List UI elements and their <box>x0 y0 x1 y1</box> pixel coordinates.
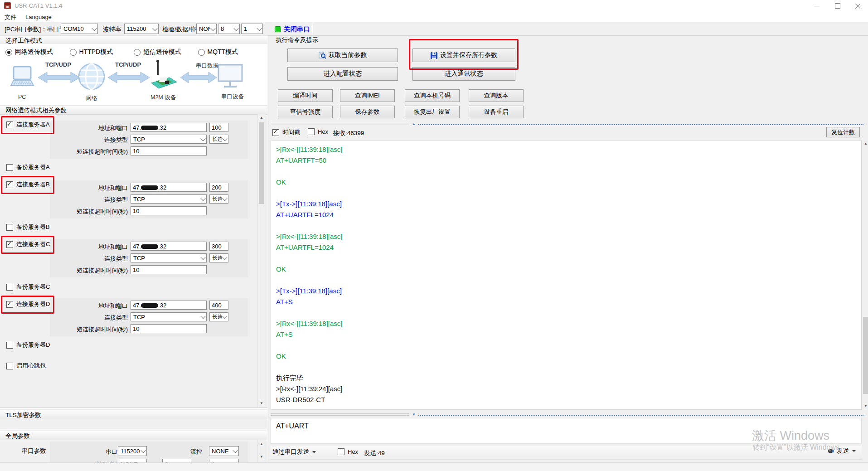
chevron-down-icon <box>200 314 205 319</box>
cmd-button-1[interactable]: 查询IMEI <box>340 89 395 102</box>
separator <box>0 407 267 409</box>
global-params-header[interactable]: 全局参数 <box>0 431 267 440</box>
connect-server-checkbox-0[interactable]: 连接服务器A <box>6 121 50 129</box>
cmd-button-4[interactable]: 查信号强度 <box>278 106 333 118</box>
scroll-thumb[interactable] <box>259 122 264 204</box>
server-conn-type-select-2[interactable]: TCP <box>131 253 207 262</box>
com-port-select[interactable]: COM10 <box>61 24 98 34</box>
baud-select[interactable]: 115200 <box>124 24 159 34</box>
cmd-button-2[interactable]: 查询本机号码 <box>405 89 460 102</box>
left-panel: 选择工作模式 网络透传模式 HTTPD模式 短信透传模式 MQTT模式 <box>0 35 267 462</box>
scroll-down-icon[interactable]: ▼ <box>258 400 265 407</box>
send-via-serial-dropdown[interactable]: 通过串口发送 <box>272 448 316 456</box>
set-save-params-button[interactable]: 设置并保存所有参数 <box>412 49 515 62</box>
heartbeat-checkbox[interactable]: 启用心跳包 <box>6 362 46 370</box>
cmd-button-3[interactable]: 查询版本 <box>469 89 524 102</box>
dropdown-arrow-icon <box>852 450 856 452</box>
splitter-collapse-up-icon[interactable]: ▲ <box>412 122 416 126</box>
server-port-input-2[interactable]: 300 <box>209 242 228 251</box>
tls-params-header[interactable]: TLS加密参数 <box>0 410 267 419</box>
server-timeout-input-3[interactable]: 10 <box>131 324 207 333</box>
log-output[interactable]: >[Rx<-][11:39:18][asc]AT+UARTFT=50OK>[Tx… <box>271 140 862 410</box>
connect-server-checkbox-2[interactable]: 连接服务器C <box>6 240 50 248</box>
chevron-down-icon <box>222 136 227 141</box>
connect-server-checkbox-1[interactable]: 连接服务器B <box>6 180 50 189</box>
node-label-serial-device: 串口设备 <box>221 93 244 101</box>
log-hex-checkbox[interactable]: Hex <box>308 128 328 135</box>
chevron-down-icon <box>222 196 227 201</box>
databits-select[interactable]: 8 <box>218 24 240 34</box>
parity-select[interactable]: NONI <box>196 24 217 34</box>
checkbox-icon <box>6 164 13 171</box>
server-address-input-1[interactable]: 47..32 <box>131 183 207 192</box>
get-params-button[interactable]: 获取当前参数 <box>287 49 398 62</box>
scroll-down-icon[interactable]: ▼ <box>862 403 868 410</box>
server-conn-type-select-3[interactable]: TCP <box>131 312 207 321</box>
send-input-value: AT+UART <box>276 422 309 430</box>
global-serial-group: 串口波特率 115200 流控 NONE 检验/数据/停止 NONE 8 1 <box>50 442 248 462</box>
backup-server-checkbox-0[interactable]: 备份服务器A <box>6 163 50 171</box>
server-keep-mode-select-2[interactable]: 长连 <box>209 253 228 262</box>
backup-server-checkbox-3[interactable]: 备份服务器D <box>6 341 50 349</box>
maximize-button[interactable] <box>827 0 848 12</box>
cmd-button-7[interactable]: 设备重启 <box>469 106 524 118</box>
scroll-down-icon[interactable]: ▼ <box>258 453 265 461</box>
server-keep-mode-select-1[interactable]: 长连 <box>209 194 228 204</box>
server-conn-type-select-1[interactable]: TCP <box>131 194 207 204</box>
send-hex-checkbox[interactable]: Hex <box>338 448 358 455</box>
server-address-input-2[interactable]: 47..32 <box>131 242 207 251</box>
global-scrollbar[interactable]: ▲ ▼ <box>257 440 265 462</box>
backup-server-checkbox-1[interactable]: 备份服务器B <box>6 223 50 231</box>
work-mode-option-2[interactable]: 短信透传模式 <box>134 48 198 56</box>
chevron-down-icon <box>233 25 238 30</box>
cmd-button-6[interactable]: 恢复出厂设置 <box>405 106 460 118</box>
checkbox-icon <box>338 448 344 455</box>
server-keep-mode-select-0[interactable]: 长连 <box>209 135 228 144</box>
server-port-input-1[interactable]: 200 <box>209 183 228 192</box>
work-mode-option-3[interactable]: MQTT模式 <box>198 48 262 56</box>
server-timeout-input-1[interactable]: 10 <box>131 206 207 215</box>
server-keep-mode-select-3[interactable]: 长连 <box>209 312 228 321</box>
log-line: USR-DR502-CT <box>271 394 861 405</box>
cmd-button-5[interactable]: 保存参数 <box>340 106 395 118</box>
reset-counter-button[interactable]: 复位计数 <box>826 127 860 137</box>
global-baud-select[interactable]: 115200 <box>118 446 147 456</box>
log-scrollbar[interactable]: ▲ ▼ <box>862 140 868 410</box>
params-scrollbar[interactable]: ▲ ▼ <box>257 114 265 407</box>
scroll-up-icon[interactable]: ▲ <box>258 114 265 121</box>
splitter-collapse-down-icon[interactable]: ▼ <box>412 413 416 417</box>
server-timeout-input-2[interactable]: 10 <box>131 265 207 274</box>
chevron-down-icon <box>92 25 97 30</box>
enter-config-button[interactable]: 进入配置状态 <box>287 67 398 81</box>
backup-server-checkbox-2[interactable]: 备份服务器C <box>6 283 50 291</box>
server-address-input-3[interactable]: 47..32 <box>131 301 207 310</box>
scroll-up-icon[interactable]: ▲ <box>258 441 265 448</box>
menu-language[interactable]: Language <box>21 14 56 20</box>
minimize-button[interactable] <box>807 0 827 12</box>
flow-control-select[interactable]: NONE <box>209 446 239 456</box>
work-mode-option-0[interactable]: 网络透传模式 <box>5 48 70 56</box>
log-splitter[interactable]: ▲ <box>271 122 868 126</box>
close-port-button[interactable]: 关闭串口 <box>284 25 310 34</box>
global-stopbits-select[interactable]: 1 <box>209 459 239 462</box>
stopbits-select[interactable]: 1 <box>241 24 263 34</box>
checkbox-icon <box>6 241 13 248</box>
scroll-thumb[interactable] <box>863 317 868 394</box>
work-mode-option-1[interactable]: HTTPD模式 <box>70 48 134 56</box>
server-port-input-0[interactable]: 100 <box>209 123 228 132</box>
enter-comm-button[interactable]: 进入通讯状态 <box>412 67 515 81</box>
server-port-input-3[interactable]: 400 <box>209 301 228 310</box>
connect-server-checkbox-3[interactable]: 连接服务器D <box>6 300 50 308</box>
menu-file[interactable]: 文件 <box>0 13 21 21</box>
server-timeout-input-0[interactable]: 10 <box>131 146 207 155</box>
input-splitter[interactable]: ▼ <box>271 413 868 417</box>
cmd-button-0[interactable]: 编译时间 <box>278 89 333 102</box>
server-address-input-0[interactable]: 47..32 <box>131 123 207 132</box>
scroll-up-icon[interactable]: ▲ <box>862 140 868 147</box>
global-parity-select[interactable]: NONE <box>118 459 147 462</box>
global-databits-select[interactable]: 8 <box>162 459 191 462</box>
arrow-left-icon <box>38 71 80 84</box>
timestamp-checkbox[interactable]: 时间戳 <box>272 128 300 136</box>
server-conn-type-select-0[interactable]: TCP <box>131 135 207 144</box>
close-button[interactable] <box>848 0 868 12</box>
